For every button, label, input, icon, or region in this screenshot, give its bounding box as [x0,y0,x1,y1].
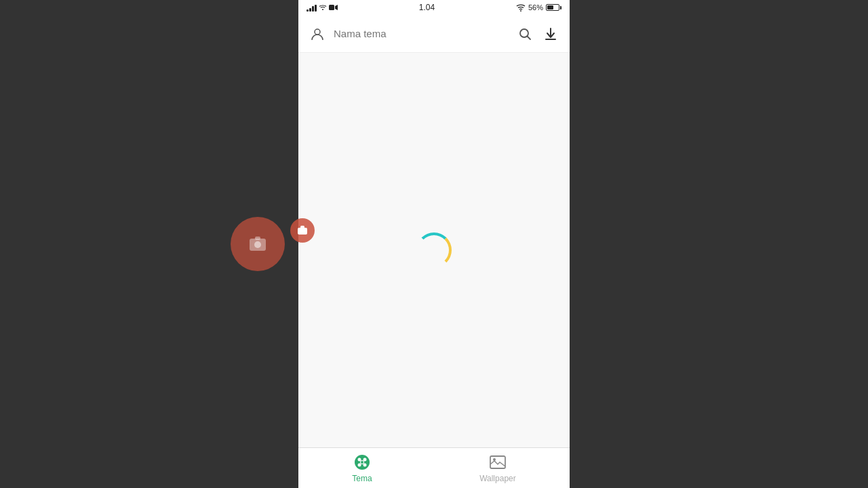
status-wifi-icon [516,3,526,12]
bg-icon-left [231,217,285,271]
tema-icon [353,453,372,472]
svg-point-1 [254,241,261,248]
svg-rect-6 [329,5,334,10]
main-content [298,53,570,447]
svg-marker-7 [335,5,338,10]
background-left [0,0,298,488]
tab-wallpaper[interactable]: Wallpaper [463,449,532,487]
tab-tema-label: Tema [352,474,372,483]
tab-wallpaper-label: Wallpaper [479,474,516,483]
svg-rect-4 [300,226,304,228]
download-button[interactable] [541,24,560,43]
status-bar: 1.04 56% [298,0,570,15]
svg-point-16 [363,458,366,462]
wifi-icon [319,4,327,11]
status-right: 56% [516,3,561,12]
status-left [307,3,338,12]
svg-point-8 [520,10,521,12]
svg-point-18 [363,464,366,467]
loading-spinner [416,232,452,268]
user-profile-button[interactable] [308,24,327,43]
loading-container [416,232,452,268]
svg-point-17 [357,464,361,467]
battery-icon [546,4,561,11]
phone-frame: 1.04 56% [298,0,570,488]
svg-point-5 [322,9,323,10]
svg-line-11 [528,36,531,39]
wallpaper-icon [488,453,507,472]
video-icon [329,4,338,11]
app-header [298,15,570,53]
edge-icon [290,218,315,243]
svg-point-22 [493,458,496,461]
svg-rect-3 [298,228,307,235]
signal-bars-icon [307,3,317,12]
background-right [570,0,868,488]
status-time: 1.04 [419,3,435,12]
search-button[interactable] [515,24,534,43]
bottom-navigation: Tema Wallpaper [298,447,570,488]
svg-rect-2 [255,237,260,240]
svg-point-15 [357,458,361,462]
svg-point-20 [361,461,363,464]
tab-tema[interactable]: Tema [336,449,388,487]
svg-point-9 [315,29,320,35]
battery-percent: 56% [528,3,543,12]
search-input[interactable] [334,28,509,39]
